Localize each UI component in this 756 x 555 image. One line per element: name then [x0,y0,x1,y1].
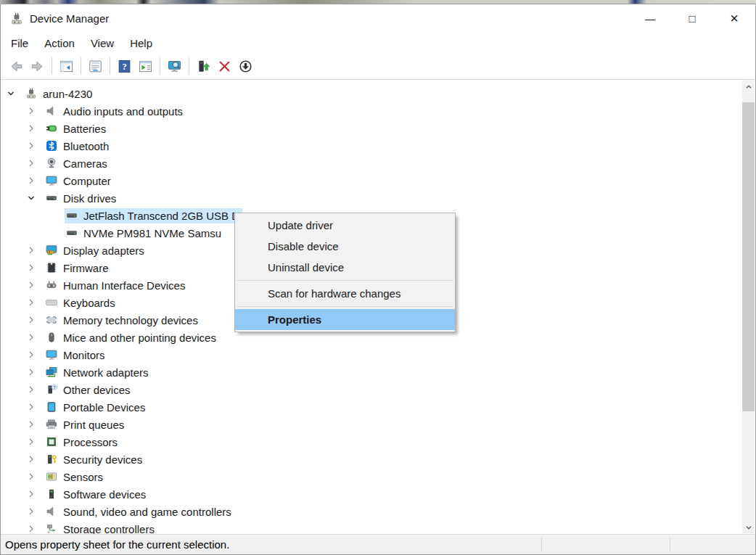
tree-item-bluetooth[interactable]: Bluetooth [1,137,112,155]
chevron-collapsed-icon[interactable] [25,488,37,500]
tree-item-label: Display adapters [63,244,144,257]
tree-item-print-queues[interactable]: Print queues [1,416,127,433]
tree-item-other-devices[interactable]: ?Other devices [1,381,133,398]
chevron-collapsed-icon[interactable] [25,140,37,152]
tree-item-label: JetFlash Transcend 2GB USB D [83,210,239,222]
menu-view[interactable]: View [83,35,122,52]
tree-item-storage-controllers[interactable]: Storage controllers [1,520,157,534]
uninstall-device-button[interactable] [214,56,235,76]
minimize-button[interactable]: — [629,4,671,33]
chevron-collapsed-icon[interactable] [25,384,37,395]
maximize-button[interactable]: □ [671,4,713,33]
tree-item-arun-4230[interactable]: arun-4230 [1,85,95,102]
tree-item-content: Audio inputs and outputs [44,104,186,119]
tree-item-keyboards[interactable]: Keyboards [1,294,118,311]
chevron-collapsed-icon[interactable] [25,349,37,361]
tree-item-cameras[interactable]: Cameras [1,155,110,172]
memory-card-icon [46,314,57,326]
tree-item-network-adapters[interactable]: Network adapters [1,363,152,381]
tree-item-label: Mice and other pointing devices [63,332,216,344]
tree-item-computer[interactable]: Computer [1,172,114,189]
chevron-collapsed-icon[interactable] [25,471,37,482]
chevron-collapsed-icon[interactable] [25,175,37,186]
tree-item-firmware[interactable]: Firmware [1,259,112,276]
properties-window-button[interactable] [85,56,106,76]
tree-item-disk-drives[interactable]: Disk drives [1,189,119,207]
tree-item-label: Firmware [63,262,109,274]
uninstall-device-icon [218,59,231,73]
window-title: Device Manager [30,12,109,25]
context-menu-item-scan-for-hardware-changes[interactable]: Scan for hardware changes [235,283,455,304]
chevron-collapsed-icon[interactable] [25,244,37,256]
back-arrow-button[interactable] [6,56,27,76]
tree-item-content: ?Other devices [44,382,133,398]
speaker-icon [46,506,57,517]
tree-item-content: Keyboards [44,295,118,311]
chevron-collapsed-icon[interactable] [25,419,37,430]
tree-item-jetflash-transcend-2gb-usb-d[interactable]: JetFlash Transcend 2GB USB D [1,207,242,224]
menu-action[interactable]: Action [36,35,83,52]
tree-item-memory-technology-devices[interactable]: Memory technology devices [1,311,201,329]
tree-item-human-interface-devices[interactable]: Human Interface Devices [1,276,188,294]
software-device-icon [46,488,57,500]
disable-device-button[interactable] [235,56,256,76]
tree-item-sound-video-and-game-controllers[interactable]: Sound, video and game controllers [1,503,234,520]
context-menu-item-properties[interactable]: Properties [235,309,455,330]
scan-hardware-button[interactable] [164,56,185,76]
tree-item-label: Memory technology devices [63,314,198,326]
tree-item-software-devices[interactable]: Software devices [1,485,149,503]
forward-arrow-button[interactable] [27,56,48,76]
chevron-collapsed-icon[interactable] [25,401,37,413]
chevron-collapsed-icon[interactable] [25,262,37,274]
tree-item-content: Software devices [44,487,149,502]
chevron-collapsed-icon[interactable] [25,123,37,134]
context-menu-item-uninstall-device[interactable]: Uninstall device [235,257,455,278]
chevron-collapsed-icon[interactable] [25,279,37,291]
chevron-collapsed-icon[interactable] [25,436,37,448]
close-button[interactable]: × [713,4,755,33]
chevron-expanded-icon[interactable] [5,88,17,99]
chevron-expanded-icon[interactable] [25,192,37,204]
tree-item-content: Mice and other pointing devices [44,330,219,345]
tree-item-batteries[interactable]: Batteries [1,120,109,137]
menu-help[interactable]: Help [122,35,160,52]
tree-item-portable-devices[interactable]: Portable Devices [1,398,148,416]
svg-text:?: ? [53,385,56,390]
tree-item-content: Firmware [44,260,112,276]
tree-item-monitors[interactable]: Monitors [1,346,108,363]
chevron-collapsed-icon[interactable] [25,453,37,465]
tree-item-nvme-pm981-nvme-samsu[interactable]: NVMe PM981 NVMe Samsu [1,224,224,242]
vertical-scrollbar[interactable] [742,81,755,533]
monitor-icon [46,175,57,186]
menu-file[interactable]: File [3,35,36,52]
chevron-collapsed-icon[interactable] [25,297,37,308]
action-pane-button[interactable] [135,56,156,76]
tree-item-sensors[interactable]: Sensors [1,468,106,485]
chevron-collapsed-icon[interactable] [25,105,37,117]
statusbar-divider [541,537,542,552]
chevron-collapsed-icon[interactable] [25,523,37,534]
scroll-down-button[interactable] [742,521,755,533]
scroll-up-button[interactable] [742,81,755,93]
help-button[interactable]: ? [114,56,135,76]
chevron-collapsed-icon[interactable] [25,366,37,378]
tree-item-processors[interactable]: Processors [1,433,120,451]
speaker-icon [46,105,57,117]
show-console-tree-button[interactable] [56,56,77,76]
tree-item-display-adapters[interactable]: Display adapters [1,242,147,259]
chevron-collapsed-icon[interactable] [25,332,37,343]
context-menu-item-update-driver[interactable]: Update driver [235,215,455,236]
tree-item-content: Network adapters [44,365,152,380]
tree-item-label: Other devices [63,384,131,396]
chevron-collapsed-icon[interactable] [25,506,37,517]
help-icon: ? [118,59,131,73]
context-menu-item-disable-device[interactable]: Disable device [235,236,455,257]
chevron-collapsed-icon[interactable] [25,314,37,326]
tree-item-security-devices[interactable]: Security devices [1,451,145,468]
tree-item-mice-and-other-pointing-devices[interactable]: Mice and other pointing devices [1,329,219,346]
tree-item-audio-inputs-and-outputs[interactable]: Audio inputs and outputs [1,102,186,120]
security-device-icon [46,453,57,465]
scrollbar-thumb[interactable] [742,102,755,411]
update-driver-button[interactable] [193,56,214,76]
chevron-collapsed-icon[interactable] [25,157,37,169]
